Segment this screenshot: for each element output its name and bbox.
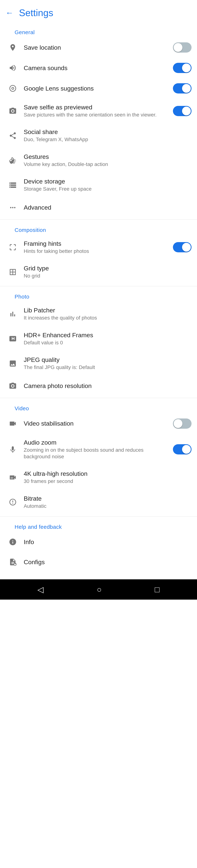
section-help: Help and feedback Info Configs [0, 518, 197, 572]
selfie-icon [5, 107, 20, 115]
storage-icon [5, 181, 20, 189]
4k-resolution-title: 4K ultra-high resolution [24, 470, 188, 477]
nav-recent-button[interactable]: □ [155, 585, 160, 594]
svg-text:4K: 4K [10, 476, 13, 479]
gesture-icon [5, 156, 20, 164]
google-lens-title: Google Lens suggestions [24, 85, 169, 92]
section-general: General Save location Camera sounds [0, 24, 197, 218]
settings-item-save-location[interactable]: Save location [0, 37, 197, 58]
bitrate-icon [5, 498, 20, 506]
hdr-title: HDR+ Enhanced Frames [24, 332, 188, 339]
device-storage-subtitle: Storage Saver, Free up space [24, 186, 188, 192]
settings-item-grid-type[interactable]: Grid type No grid [0, 260, 197, 284]
audio-zoom-title: Audio zoom [24, 439, 169, 446]
settings-item-framing-hints[interactable]: Framing hints Hints for taking better ph… [0, 235, 197, 260]
svg-point-0 [12, 88, 14, 90]
configs-icon [5, 558, 20, 566]
nav-back-button[interactable]: ◁ [37, 585, 43, 594]
hdr-subtitle: Default value is 0 [24, 339, 188, 346]
audio-zoom-toggle[interactable] [173, 444, 192, 455]
4k-resolution-subtitle: 30 frames per second [24, 478, 188, 485]
chart-icon [5, 310, 20, 318]
lib-patcher-title: Lib Patcher [24, 307, 188, 314]
settings-item-gestures[interactable]: Gestures Volume key action, Double-tap a… [0, 148, 197, 173]
gestures-title: Gestures [24, 153, 188, 160]
social-share-title: Social share [24, 128, 188, 135]
section-composition: Composition Framing hints Hints for taki… [0, 221, 197, 284]
grid-type-subtitle: No grid [24, 273, 188, 279]
save-selfie-toggle[interactable] [173, 106, 192, 116]
settings-item-lib-patcher[interactable]: Lib Patcher It increases the quality of … [0, 302, 197, 326]
section-label-video: Video [0, 400, 197, 413]
audio-zoom-subtitle: Zooming in on the subject boosts sound a… [24, 447, 169, 460]
video-icon [5, 420, 20, 428]
camera-sounds-toggle[interactable] [173, 63, 192, 73]
settings-item-hdr[interactable]: HDR+ Enhanced Frames Default value is 0 [0, 327, 197, 351]
settings-item-audio-zoom[interactable]: Audio zoom Zooming in on the subject boo… [0, 434, 197, 465]
video-stabilisation-toggle[interactable] [173, 418, 192, 429]
bottom-navigation-bar: ◁ ○ □ [0, 579, 197, 599]
save-selfie-title: Save selfie as previewed [24, 104, 169, 111]
sound-icon [5, 64, 20, 72]
settings-item-social-share[interactable]: Social share Duo, Telegram X, WhatsApp [0, 123, 197, 148]
section-photo: Photo Lib Patcher It increases the quali… [0, 288, 197, 396]
section-label-help: Help and feedback [0, 518, 197, 532]
settings-item-google-lens[interactable]: Google Lens suggestions [0, 78, 197, 99]
settings-item-save-selfie[interactable]: Save selfie as previewed Save pictures w… [0, 99, 197, 123]
info-title: Info [24, 538, 188, 546]
audio-zoom-icon [5, 445, 20, 453]
jpeg-quality-subtitle: The final JPG quality is: Default [24, 364, 188, 371]
settings-item-configs[interactable]: Configs [0, 552, 197, 572]
svg-point-2 [12, 385, 14, 387]
4k-icon: 4K [5, 473, 20, 482]
section-label-general: General [0, 24, 197, 37]
nav-home-button[interactable]: ○ [97, 585, 102, 594]
location-icon [5, 43, 20, 52]
configs-title: Configs [24, 559, 188, 566]
settings-item-info[interactable]: Info [0, 532, 197, 552]
save-location-toggle[interactable] [173, 42, 192, 53]
video-stabilisation-title: Video stabilisation [24, 420, 169, 427]
framing-icon [5, 243, 20, 251]
gestures-subtitle: Volume key action, Double-tap action [24, 161, 188, 167]
framing-hints-toggle[interactable] [173, 242, 192, 252]
bottom-spacer [0, 572, 197, 579]
section-label-photo: Photo [0, 288, 197, 302]
svg-point-1 [12, 110, 14, 112]
framing-hints-subtitle: Hints for taking better photos [24, 248, 169, 254]
section-video: Video Video stabilisation Audio zoom Zoo… [0, 400, 197, 515]
image-icon [5, 360, 20, 368]
grid-type-title: Grid type [24, 265, 188, 272]
hdr-icon [5, 335, 20, 343]
settings-item-bitrate[interactable]: Bitrate Automatic [0, 490, 197, 515]
section-label-composition: Composition [0, 221, 197, 235]
camera-resolution-title: Camera photo resolution [24, 382, 188, 390]
device-storage-title: Device storage [24, 178, 188, 185]
settings-item-camera-sounds[interactable]: Camera sounds [0, 58, 197, 78]
page-title: Settings [19, 7, 53, 18]
advanced-title: Advanced [24, 204, 188, 211]
camera-sounds-title: Camera sounds [24, 64, 169, 71]
bitrate-subtitle: Automatic [24, 503, 188, 509]
back-button[interactable]: ← [5, 8, 13, 17]
divider-video-help [0, 516, 197, 517]
camera-icon [5, 382, 20, 390]
share-icon [5, 132, 20, 140]
lib-patcher-subtitle: It increases the quality of photos [24, 315, 188, 321]
social-share-subtitle: Duo, Telegram X, WhatsApp [24, 136, 188, 143]
settings-item-jpeg-quality[interactable]: JPEG quality The final JPG quality is: D… [0, 351, 197, 376]
save-selfie-subtitle: Save pictures with the same orientation … [24, 112, 169, 118]
settings-item-4k-resolution[interactable]: 4K 4K ultra-high resolution 30 frames pe… [0, 465, 197, 490]
lens-icon [5, 84, 20, 92]
more-icon [5, 204, 20, 212]
app-header: ← Settings [0, 0, 197, 24]
settings-item-video-stabilisation[interactable]: Video stabilisation [0, 413, 197, 434]
jpeg-quality-title: JPEG quality [24, 356, 188, 363]
divider-general-composition [0, 219, 197, 220]
settings-item-camera-resolution[interactable]: Camera photo resolution [0, 376, 197, 396]
settings-item-device-storage[interactable]: Device storage Storage Saver, Free up sp… [0, 173, 197, 197]
settings-item-advanced[interactable]: Advanced [0, 197, 197, 218]
google-lens-toggle[interactable] [173, 83, 192, 93]
bitrate-title: Bitrate [24, 495, 188, 502]
divider-composition-photo [0, 286, 197, 286]
